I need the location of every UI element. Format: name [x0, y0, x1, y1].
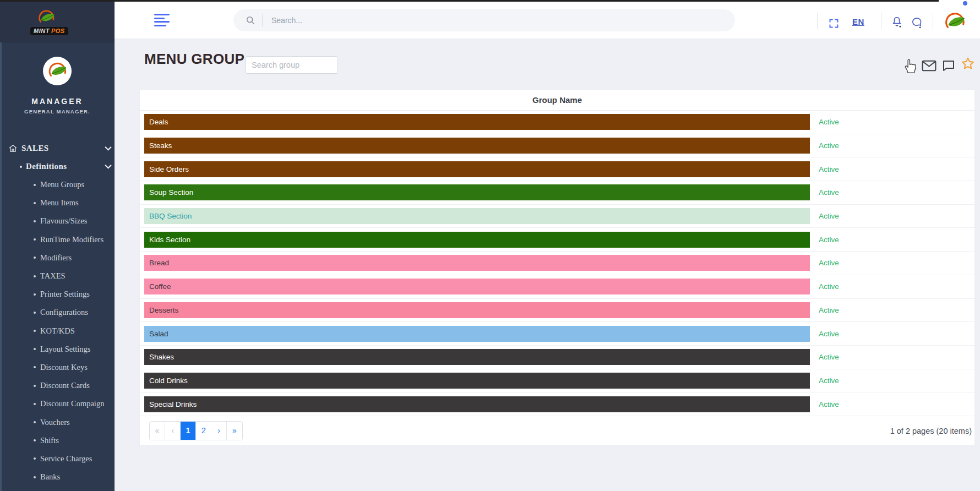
mail-icon[interactable]: [922, 60, 937, 72]
bullet-icon: [20, 166, 22, 168]
home-icon: [8, 144, 18, 153]
sidebar-item-shifts[interactable]: Shifts: [0, 432, 115, 450]
profile-avatar[interactable]: [942, 9, 967, 35]
window-top-strip: [0, 0, 939, 2]
menu-group-table: Group Name DealsActiveSteaksActiveSide O…: [139, 89, 975, 446]
sidebar-item-discount-keys[interactable]: Discount Keys: [0, 358, 115, 377]
messages-icon[interactable]: [911, 17, 923, 29]
topbar-divider: [817, 13, 818, 29]
pagination-summary: 1 of 2 pages (20 items): [890, 416, 972, 446]
status-badge: Active: [819, 353, 839, 361]
sidebar-item-taxes[interactable]: TAXES: [0, 267, 115, 285]
group-name-bar[interactable]: Special Drinks: [144, 396, 810, 412]
topbar: EN: [115, 2, 980, 39]
hamburger-menu-button[interactable]: [154, 14, 170, 28]
favorite-star-icon[interactable]: [961, 57, 975, 70]
sidebar-item-definitions[interactable]: Definitions: [0, 157, 115, 176]
group-name-bar[interactable]: Shakes: [144, 349, 810, 365]
first-page-button[interactable]: «: [150, 422, 165, 440]
sidebar-item-label: SALES: [21, 144, 49, 153]
table-row: Soup SectionActive: [140, 181, 974, 205]
user-panel: MANAGER GENERAL MANAGER.: [0, 57, 115, 114]
table-row: DealsActive: [140, 111, 974, 134]
status-badge: Active: [819, 188, 839, 197]
group-name-bar[interactable]: Deals: [144, 114, 810, 130]
prev-page-button[interactable]: ‹: [165, 422, 181, 440]
table-row: DessertsActive: [140, 299, 974, 323]
window-top-corner: [939, 0, 980, 2]
sidebar-item-discount-cards[interactable]: Discount Cards: [0, 377, 115, 395]
sidebar-item-configurations[interactable]: Configurations: [0, 303, 115, 321]
table-row: BreadActive: [140, 252, 974, 275]
group-name-bar[interactable]: Kids Section: [144, 232, 810, 248]
mintpos-leaf-icon: [37, 8, 56, 30]
topbar-divider: [933, 13, 933, 29]
chevron-down-icon: [105, 164, 112, 169]
user-avatar[interactable]: [43, 57, 72, 85]
sidebar-item-menu-items[interactable]: Menu Items: [0, 194, 115, 212]
group-name-bar[interactable]: BBQ Section: [144, 208, 810, 224]
sidebar-item-banks[interactable]: Banks: [0, 468, 115, 486]
page-button-1[interactable]: 1: [181, 422, 196, 440]
next-page-button[interactable]: ›: [211, 422, 227, 440]
group-name-bar[interactable]: Soup Section: [144, 184, 810, 200]
status-badge: Active: [819, 141, 839, 150]
brand-logo[interactable]: MINTPOS: [0, 2, 115, 42]
group-search-input[interactable]: [246, 56, 338, 74]
avatar-leaf-icon: [47, 61, 68, 81]
sidebar-item-printer-settings[interactable]: Printer Settings: [0, 285, 115, 303]
table-row: SteaksActive: [140, 134, 974, 158]
search-icon: [246, 15, 255, 25]
status-badge: Active: [819, 259, 839, 267]
status-badge: Active: [819, 306, 839, 314]
status-badge: Active: [819, 400, 839, 408]
topbar-divider: [881, 13, 881, 29]
sidebar-item-menu-groups[interactable]: Menu Groups: [0, 176, 115, 194]
sidebar-item-discount-compaign[interactable]: Discount Compaign: [0, 395, 115, 413]
group-name-bar[interactable]: Bread: [144, 255, 810, 271]
mouse-cursor-pointer: [902, 57, 917, 76]
page-button-2[interactable]: 2: [196, 422, 211, 440]
pagination: « ‹ 12 › »: [149, 421, 243, 440]
fullscreen-icon[interactable]: [828, 18, 840, 29]
status-badge: Active: [819, 118, 839, 126]
last-page-button[interactable]: »: [227, 422, 242, 440]
table-row: ShakesActive: [140, 346, 974, 369]
sidebar-submenu: Menu GroupsMenu ItemsFlavours/SizesRunTi…: [0, 176, 115, 486]
notifications-bell-icon[interactable]: [891, 15, 903, 29]
chevron-down-icon: [105, 146, 112, 151]
notification-dot: [963, 1, 967, 6]
app-window: MINTPOS MANAGER GENERAL MANAGER.: [0, 0, 980, 491]
table-row: BBQ SectionActive: [140, 205, 974, 228]
sidebar-item-vouchers[interactable]: Vouchers: [0, 413, 115, 431]
global-search-input[interactable]: [270, 15, 691, 25]
table-footer: « ‹ 12 › » 1 of 2 pages (20 items): [140, 416, 974, 446]
status-badge: Active: [819, 212, 839, 220]
table-row: Special DrinksActive: [140, 392, 974, 416]
group-name-bar[interactable]: Salad: [144, 326, 810, 342]
sidebar-item-service-charges[interactable]: Service Charges: [0, 450, 115, 468]
global-search: [233, 9, 735, 31]
sidebar-item-kot-kds[interactable]: KOT/KDS: [0, 322, 115, 340]
table-row: Kids SectionActive: [140, 228, 974, 252]
status-badge: Active: [819, 377, 839, 385]
group-name-bar[interactable]: Coffee: [144, 279, 810, 294]
sidebar: MINTPOS MANAGER GENERAL MANAGER.: [0, 2, 115, 491]
language-selector[interactable]: EN: [852, 17, 864, 26]
group-name-bar[interactable]: Desserts: [144, 302, 810, 318]
sidebar-item-flavours-sizes[interactable]: Flavours/Sizes: [0, 212, 115, 230]
sidebar-item-sales[interactable]: SALES: [0, 139, 115, 157]
brand-wordmark: MINTPOS: [30, 27, 68, 35]
sidebar-item-layout-settings[interactable]: Layout Settings: [0, 340, 115, 358]
main-content: MENU GROUP Group Name DealsActiveSteaksA…: [115, 39, 980, 491]
group-name-bar[interactable]: Cold Drinks: [144, 373, 810, 389]
group-name-bar[interactable]: Side Orders: [144, 161, 810, 177]
user-role: GENERAL MANAGER.: [0, 108, 115, 114]
sidebar-item-label: Definitions: [26, 162, 67, 171]
table-row: CoffeeActive: [140, 275, 974, 299]
group-table-body: DealsActiveSteaksActiveSide OrdersActive…: [140, 111, 974, 416]
group-name-bar[interactable]: Steaks: [144, 138, 810, 154]
sidebar-item-runtime-modifiers[interactable]: RunTime Modifiers: [0, 231, 115, 249]
sidebar-item-modifiers[interactable]: Modifiers: [0, 249, 115, 267]
comment-icon[interactable]: [942, 60, 955, 72]
